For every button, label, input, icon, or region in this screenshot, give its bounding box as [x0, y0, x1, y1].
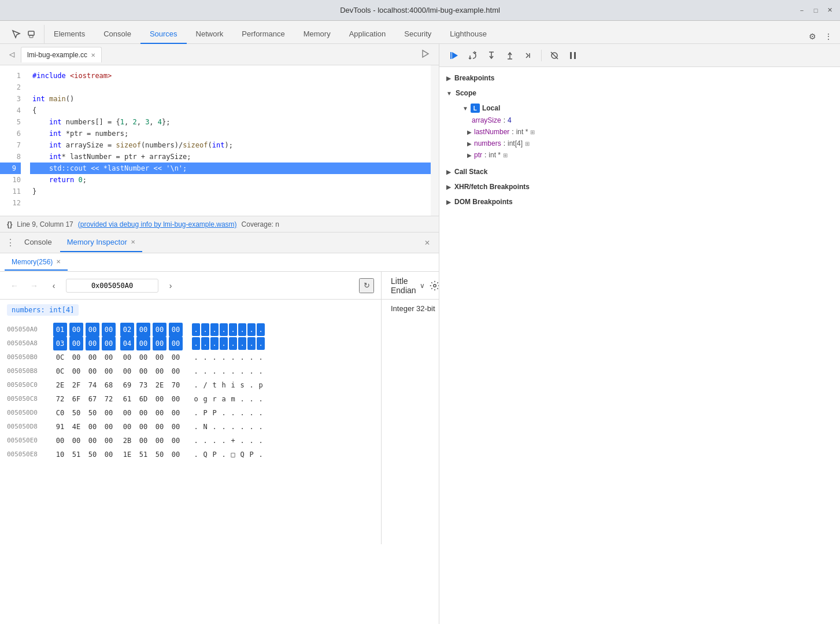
callstack-header[interactable]: ▶ Call Stack	[439, 165, 840, 178]
hex-byte[interactable]: 61	[120, 392, 134, 406]
hex-byte[interactable]: 6D	[136, 392, 150, 406]
pause-on-exceptions-button[interactable]	[565, 47, 581, 64]
hex-byte[interactable]: 74	[86, 378, 99, 392]
toggle-sidebar-icon[interactable]: ◁	[5, 47, 18, 61]
hex-byte[interactable]: 00	[86, 350, 99, 364]
memory-icon-lastnumber[interactable]: ⊞	[530, 129, 535, 135]
more-options-icon[interactable]: ⋮	[822, 29, 835, 43]
scope-local-header[interactable]: ▼ L Local	[439, 102, 840, 115]
hex-byte[interactable]: 00	[169, 420, 183, 434]
drawer-handle-icon[interactable]: ⋮	[5, 232, 16, 253]
hex-byte[interactable]: 00	[102, 364, 116, 378]
hex-byte[interactable]: 00	[102, 448, 116, 461]
hex-byte[interactable]: 00	[169, 406, 183, 420]
dom-header[interactable]: ▶ DOM Breakpoints	[439, 195, 840, 208]
hex-byte[interactable]: 51	[136, 448, 150, 461]
hex-byte[interactable]: 00	[169, 350, 183, 364]
hex-byte[interactable]: 00	[136, 434, 150, 448]
hex-byte[interactable]: 00	[153, 406, 166, 420]
hex-byte[interactable]: 00	[69, 323, 83, 337]
hex-byte[interactable]: 0C	[53, 350, 67, 364]
hex-byte[interactable]: 00	[53, 434, 67, 448]
hex-byte[interactable]: 50	[86, 406, 99, 420]
hex-byte[interactable]: 2B	[120, 434, 134, 448]
hex-byte[interactable]: 00	[102, 323, 116, 337]
xhr-header[interactable]: ▶ XHR/fetch Breakpoints	[439, 180, 840, 193]
hex-byte[interactable]: 50	[86, 448, 99, 461]
history-back-button[interactable]: ←	[7, 278, 22, 293]
nav-tab-network[interactable]: Network	[187, 25, 233, 44]
hex-byte[interactable]: 00	[102, 406, 116, 420]
refresh-button[interactable]: ↻	[359, 278, 374, 293]
nav-tab-security[interactable]: Security	[395, 25, 441, 44]
close-button[interactable]: ✕	[825, 6, 834, 15]
prev-page-button[interactable]: ‹	[46, 278, 61, 293]
hex-byte[interactable]: 00	[153, 434, 166, 448]
step-button[interactable]	[520, 47, 536, 64]
hex-byte[interactable]: 00	[153, 337, 166, 350]
settings-icon[interactable]: ⚙	[805, 29, 819, 43]
restore-button[interactable]: □	[811, 6, 820, 15]
hex-byte[interactable]: 00	[86, 364, 99, 378]
breakpoints-header[interactable]: ▶ Breakpoints	[439, 72, 840, 84]
address-input[interactable]	[66, 279, 158, 293]
history-forward-button[interactable]: →	[27, 278, 42, 293]
hex-byte[interactable]: 00	[136, 323, 150, 337]
file-tab-close[interactable]: ✕	[91, 52, 95, 58]
hex-byte[interactable]: 50	[153, 448, 166, 461]
memory-icon-numbers[interactable]: ⊞	[525, 141, 530, 147]
resume-button[interactable]	[446, 47, 462, 64]
nav-tab-elements[interactable]: Elements	[45, 25, 94, 44]
hex-byte[interactable]: 01	[53, 323, 67, 337]
hex-byte[interactable]: 04	[120, 337, 134, 350]
memory-icon-ptr[interactable]: ⊞	[503, 152, 508, 158]
hex-byte[interactable]: 91	[53, 420, 67, 434]
scrollbar[interactable]	[431, 65, 439, 216]
hex-byte[interactable]: 6F	[69, 392, 83, 406]
hex-byte[interactable]: 00	[169, 323, 183, 337]
hex-byte[interactable]: 00	[102, 350, 116, 364]
drawer-tab-console[interactable]: Console	[17, 233, 59, 252]
hex-byte[interactable]: 00	[102, 420, 116, 434]
hex-byte[interactable]: 00	[69, 364, 83, 378]
hex-byte[interactable]: 4E	[69, 420, 83, 434]
hex-byte[interactable]: 1E	[120, 448, 134, 461]
hex-byte[interactable]: 2F	[69, 378, 83, 392]
hex-byte[interactable]: 00	[120, 350, 134, 364]
scope-item-arraysize[interactable]: arraySize : 4	[439, 115, 840, 126]
hex-grid[interactable]: 005050A0 01 00 00 00 02 00	[0, 320, 381, 544]
hex-byte[interactable]: 00	[86, 337, 99, 350]
hex-byte[interactable]: 00	[153, 350, 166, 364]
scope-item-numbers[interactable]: ▶ numbers : int[4] ⊞	[439, 138, 840, 149]
hex-byte[interactable]: 00	[136, 406, 150, 420]
nav-tab-console[interactable]: Console	[94, 25, 140, 44]
deactivate-button[interactable]	[546, 47, 563, 64]
hex-byte[interactable]: 67	[86, 392, 99, 406]
hex-byte[interactable]: 00	[169, 337, 183, 350]
scope-item-lastnumber[interactable]: ▶ lastNumber : int * ⊞	[439, 126, 840, 138]
scope-item-ptr[interactable]: ▶ ptr : int * ⊞	[439, 149, 840, 161]
hex-byte[interactable]: 00	[102, 337, 116, 350]
hex-byte[interactable]: 00	[120, 364, 134, 378]
hex-byte[interactable]: 00	[153, 392, 166, 406]
hex-byte[interactable]: 70	[169, 378, 183, 392]
hex-byte[interactable]: 02	[120, 323, 134, 337]
hex-byte[interactable]: C0	[53, 406, 67, 420]
step-out-button[interactable]	[502, 47, 518, 64]
file-tab[interactable]: lmi-bug-example.cc ✕	[21, 47, 102, 62]
scope-header[interactable]: ▼ Scope	[439, 87, 840, 99]
hex-byte[interactable]: 00	[86, 434, 99, 448]
hex-byte[interactable]: 00	[69, 434, 83, 448]
hex-byte[interactable]: 51	[69, 448, 83, 461]
drawer-tab-memory-inspector[interactable]: Memory Inspector ✕	[60, 233, 142, 252]
hex-byte[interactable]: 03	[53, 337, 67, 350]
hex-byte[interactable]: 73	[136, 378, 150, 392]
memory-sub-tab-256[interactable]: Memory(256) ✕	[5, 254, 68, 271]
hex-byte[interactable]: 00	[120, 406, 134, 420]
memory-sub-tab-close[interactable]: ✕	[56, 259, 61, 265]
hex-byte[interactable]: 00	[136, 350, 150, 364]
nav-tab-application[interactable]: Application	[340, 25, 395, 44]
hex-byte[interactable]: 00	[153, 420, 166, 434]
hex-byte[interactable]: 00	[120, 420, 134, 434]
memory-inspector-tab-close[interactable]: ✕	[131, 239, 135, 245]
